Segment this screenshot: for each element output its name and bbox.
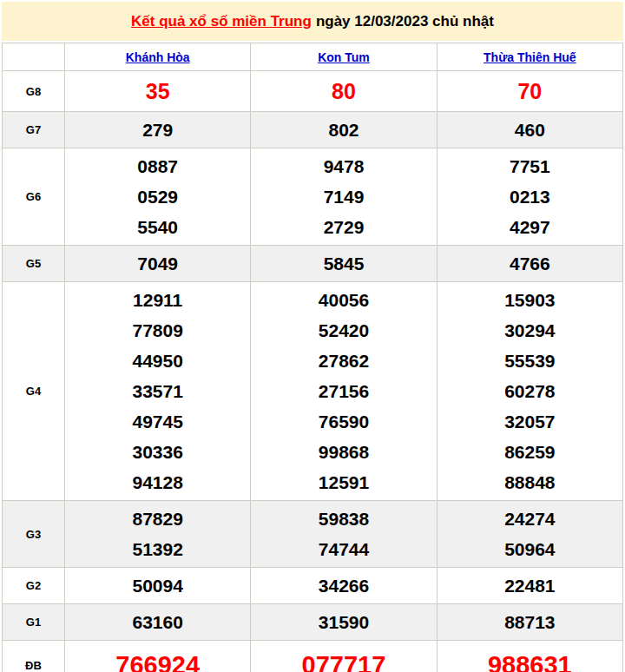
prize-number: 33571: [65, 376, 250, 406]
prize-number: 12591: [251, 467, 436, 497]
prize-number: 52420: [251, 315, 436, 346]
province-link[interactable]: Khánh Hòa: [126, 50, 190, 64]
prize-value-cell: 802: [251, 112, 437, 148]
prize-value-cell: 34266: [251, 568, 437, 604]
prize-label: G3: [3, 501, 65, 568]
prize-number: 27156: [251, 376, 436, 406]
prize-number: 766924: [65, 643, 250, 672]
prize-row-đb: ĐB766924077717988631: [3, 641, 623, 672]
prize-value-cell: 460: [437, 112, 622, 148]
prize-value-cell: 15903302945553960278320578625988848: [437, 282, 622, 501]
prize-label: G4: [3, 282, 65, 501]
prize-number: 35: [65, 74, 250, 109]
prize-number: 077717: [251, 643, 436, 672]
prize-number: 87829: [65, 504, 250, 534]
prize-row-g7: G7279802460: [3, 112, 623, 148]
prize-value-cell: 8782951392: [65, 501, 251, 568]
prize-number: 279: [65, 115, 250, 145]
prize-number: 988631: [438, 643, 622, 672]
prize-number: 51392: [65, 534, 250, 564]
prize-number: 7049: [65, 248, 250, 279]
prize-value-cell: 50094: [65, 568, 251, 604]
prize-number: 2729: [251, 212, 436, 242]
region-title-link[interactable]: Kết quả xổ số miền Trung: [131, 13, 312, 30]
prize-value-cell: 12911778094495033571497453033694128: [65, 282, 251, 501]
prize-number: 32057: [438, 406, 622, 437]
prize-value-cell: 63160: [65, 604, 251, 641]
prize-number: 88713: [438, 607, 622, 637]
prize-value-cell: 22481: [437, 568, 622, 604]
prize-number: 15903: [438, 285, 622, 315]
prize-value-cell: 5983874744: [251, 501, 437, 568]
prize-number: 0529: [65, 181, 250, 212]
title-date-text: ngày 12/03/2023 chủ nhật: [316, 13, 494, 30]
prize-value-cell: 775102134297: [437, 148, 622, 246]
prize-value-cell: 088705295540: [65, 148, 251, 246]
prize-value-cell: 947871492729: [251, 148, 437, 246]
prize-row-g6: G6088705295540947871492729775102134297: [3, 148, 623, 246]
prize-value-cell: 80: [251, 71, 437, 112]
prize-number: 99868: [251, 437, 436, 467]
prize-number: 59838: [251, 504, 436, 534]
prize-number: 80: [251, 74, 436, 109]
prize-label: G6: [3, 148, 65, 246]
prize-number: 0887: [65, 151, 250, 181]
prize-number: 44950: [65, 346, 250, 376]
prize-number: 802: [251, 115, 436, 145]
prize-number: 63160: [65, 607, 250, 637]
prize-label: G7: [3, 112, 65, 148]
prize-number: 88848: [438, 467, 622, 497]
prize-number: 40056: [251, 285, 436, 315]
prize-row-g8: G8358070: [3, 71, 623, 112]
prize-row-g5: G5704958454766: [3, 246, 623, 282]
prize-value-cell: 766924: [65, 641, 251, 672]
prize-value-cell: 4766: [437, 246, 622, 282]
prize-number: 7149: [251, 181, 436, 212]
prize-value-cell: 077717: [251, 641, 437, 672]
prize-row-g3: G3878295139259838747442427450964: [3, 501, 623, 568]
prize-number: 60278: [438, 376, 622, 406]
prize-value-cell: 31590: [251, 604, 437, 641]
prize-value-cell: 2427450964: [437, 501, 622, 568]
prize-number: 76590: [251, 406, 436, 437]
prize-value-cell: 5845: [251, 246, 437, 282]
prize-number: 0213: [438, 181, 622, 212]
prize-number: 31590: [251, 607, 436, 637]
province-link[interactable]: Kon Tum: [318, 50, 370, 64]
prize-number: 27862: [251, 346, 436, 376]
prize-number: 49745: [65, 406, 250, 437]
prize-number: 9478: [251, 151, 436, 181]
prize-value-cell: 70: [437, 71, 622, 112]
prize-number: 30336: [65, 437, 250, 467]
prize-number: 30294: [438, 315, 622, 346]
column-header-3: Thừa Thiên Huế: [437, 43, 622, 71]
prize-number: 50964: [438, 534, 622, 564]
prize-number: 4766: [438, 248, 622, 279]
prize-value-cell: 88713: [437, 604, 622, 641]
prize-number: 460: [438, 115, 622, 145]
column-header-row: Khánh HòaKon TumThừa Thiên Huế: [3, 43, 623, 71]
prize-number: 50094: [65, 570, 250, 601]
prize-number: 77809: [65, 315, 250, 346]
prize-label: G5: [3, 246, 65, 282]
prize-number: 22481: [438, 570, 622, 601]
prize-value-cell: 35: [65, 71, 251, 112]
results-table: Khánh HòaKon TumThừa Thiên Huế G8358070G…: [2, 43, 623, 672]
prize-value-cell: 988631: [437, 641, 622, 672]
column-header-1: Khánh Hòa: [65, 43, 251, 71]
prize-number: 7751: [438, 151, 622, 181]
prize-number: 55539: [438, 346, 622, 376]
prize-label: G8: [3, 71, 65, 112]
prize-value-cell: 40056524202786227156765909986812591: [251, 282, 437, 501]
corner-cell: [3, 43, 65, 71]
prize-number: 86259: [438, 437, 622, 467]
lottery-results-page: Kết quả xổ số miền Trung ngày 12/03/2023…: [0, 0, 625, 672]
prize-value-cell: 279: [65, 112, 251, 148]
province-link[interactable]: Thừa Thiên Huế: [484, 50, 576, 64]
prize-label: ĐB: [3, 641, 65, 672]
prize-number: 4297: [438, 212, 622, 242]
prize-number: 34266: [251, 570, 436, 601]
prize-row-g1: G1631603159088713: [3, 604, 623, 641]
results-table-body: G8358070G7279802460G60887052955409478714…: [3, 71, 623, 672]
prize-number: 94128: [65, 467, 250, 497]
